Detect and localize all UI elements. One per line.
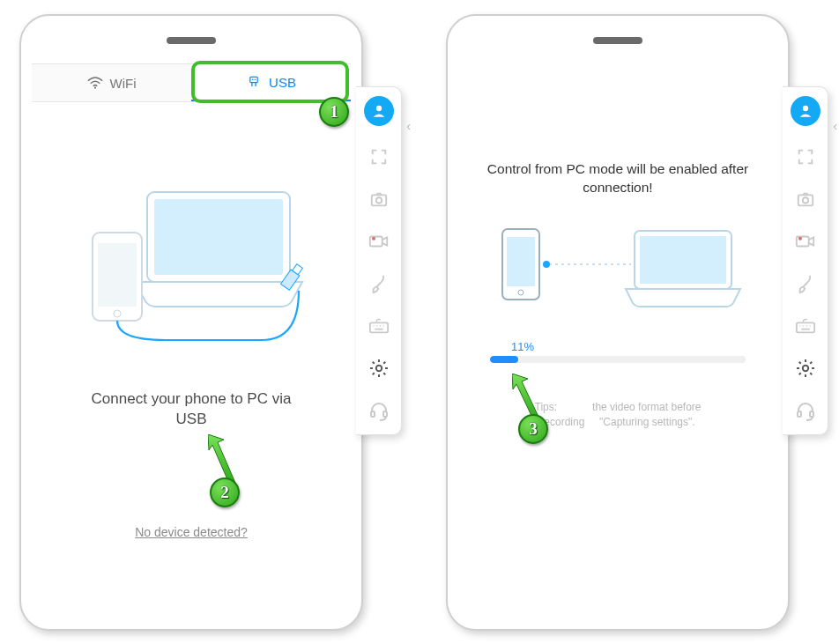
camera-icon bbox=[369, 189, 389, 209]
connection-tabbar: WiFi USB bbox=[32, 63, 351, 102]
keyboard-button[interactable] bbox=[368, 315, 390, 337]
usb-icon bbox=[246, 76, 262, 88]
svg-point-17 bbox=[375, 366, 381, 371]
svg-rect-26 bbox=[640, 236, 726, 284]
person-icon bbox=[798, 103, 813, 119]
progress-percent: 11% bbox=[511, 340, 534, 353]
svg-point-29 bbox=[802, 197, 807, 203]
phone-speaker bbox=[593, 37, 642, 44]
step-badge-3: 3 bbox=[518, 414, 548, 444]
screenshot-button[interactable] bbox=[368, 188, 390, 211]
svg-rect-18 bbox=[371, 411, 375, 417]
keyboard-icon bbox=[795, 317, 816, 335]
progress-bar-fill bbox=[490, 356, 518, 363]
support-button[interactable] bbox=[794, 399, 817, 422]
tab-wifi-label: WiFi bbox=[110, 76, 137, 91]
svg-point-0 bbox=[93, 87, 95, 89]
keyboard-button[interactable] bbox=[794, 315, 817, 337]
settings-button[interactable] bbox=[794, 357, 817, 380]
svg-point-13 bbox=[375, 197, 381, 203]
svg-rect-14 bbox=[369, 236, 382, 246]
tips-prefix: Tips: bbox=[535, 401, 558, 413]
no-device-link[interactable]: No device detected? bbox=[135, 525, 248, 539]
svg-rect-12 bbox=[371, 195, 386, 205]
brush-icon bbox=[796, 273, 815, 294]
fullscreen-icon bbox=[369, 147, 389, 167]
step-badge-2-num: 2 bbox=[220, 483, 229, 502]
phone-speaker bbox=[167, 37, 216, 44]
phone-frame-right: Control from PC mode will be enabled aft… bbox=[446, 14, 790, 631]
svg-rect-34 bbox=[798, 411, 801, 417]
tips-end: "Capturing settings". bbox=[599, 416, 695, 428]
svg-point-33 bbox=[802, 366, 807, 371]
svg-rect-32 bbox=[796, 322, 813, 332]
headset-icon bbox=[795, 400, 816, 421]
connecting-heading: Control from PC mode will be enabled aft… bbox=[486, 160, 750, 197]
screenshot-button[interactable] bbox=[794, 188, 817, 211]
person-icon bbox=[371, 103, 387, 119]
camera-icon bbox=[796, 189, 815, 209]
record-button[interactable] bbox=[794, 230, 817, 253]
keyboard-icon bbox=[368, 317, 390, 335]
svg-rect-19 bbox=[383, 411, 387, 417]
side-rail-left: ‹ bbox=[356, 86, 402, 435]
step-badge-1-num: 1 bbox=[330, 102, 338, 122]
phone-to-laptop-illustration bbox=[490, 224, 746, 312]
gear-icon bbox=[795, 358, 816, 379]
svg-rect-21 bbox=[507, 237, 535, 286]
svg-rect-30 bbox=[796, 236, 808, 246]
record-icon bbox=[795, 232, 816, 251]
record-button[interactable] bbox=[368, 230, 390, 253]
rail-collapse-chevron-icon[interactable]: ‹ bbox=[833, 119, 837, 133]
account-avatar-button[interactable] bbox=[791, 96, 820, 126]
gear-icon bbox=[368, 358, 390, 379]
left-panel: WiFi USB bbox=[19, 14, 393, 631]
tab-usb[interactable]: USB bbox=[191, 64, 351, 101]
svg-point-15 bbox=[371, 237, 375, 241]
phone-frame-left: WiFi USB bbox=[19, 14, 363, 631]
draw-button[interactable] bbox=[794, 272, 817, 295]
side-rail-right: ‹ bbox=[783, 86, 828, 435]
fullscreen-button[interactable] bbox=[368, 145, 390, 168]
tab-wifi[interactable]: WiFi bbox=[32, 64, 191, 101]
svg-rect-5 bbox=[154, 199, 283, 275]
svg-point-31 bbox=[798, 237, 801, 241]
step-badge-2: 2 bbox=[210, 477, 240, 507]
usb-connect-illustration bbox=[77, 185, 306, 344]
fullscreen-button[interactable] bbox=[794, 145, 817, 168]
svg-point-27 bbox=[802, 106, 807, 111]
svg-rect-3 bbox=[255, 79, 256, 80]
draw-button[interactable] bbox=[368, 272, 390, 295]
step-badge-1: 1 bbox=[319, 97, 349, 127]
rail-collapse-chevron-icon[interactable]: ‹ bbox=[406, 119, 411, 133]
svg-rect-28 bbox=[798, 195, 813, 205]
right-panel: Control from PC mode will be enabled aft… bbox=[446, 14, 820, 631]
progress-bar bbox=[490, 356, 746, 363]
headset-icon bbox=[368, 400, 390, 421]
support-button[interactable] bbox=[368, 399, 390, 422]
wifi-icon bbox=[87, 77, 103, 89]
svg-point-24 bbox=[543, 261, 550, 268]
step-badge-3-num: 3 bbox=[529, 419, 538, 439]
svg-rect-1 bbox=[250, 77, 257, 82]
svg-rect-16 bbox=[369, 322, 387, 332]
svg-rect-2 bbox=[252, 79, 253, 80]
svg-rect-7 bbox=[98, 243, 137, 307]
fullscreen-icon bbox=[796, 147, 815, 167]
brush-icon bbox=[369, 273, 389, 294]
account-avatar-button[interactable] bbox=[364, 96, 394, 126]
record-icon bbox=[368, 232, 390, 251]
svg-point-11 bbox=[375, 106, 381, 111]
tab-usb-label: USB bbox=[269, 75, 296, 90]
connect-instruction: Connect your phone to PC via USB bbox=[77, 389, 306, 430]
settings-button[interactable] bbox=[368, 357, 390, 380]
svg-rect-35 bbox=[810, 411, 813, 417]
